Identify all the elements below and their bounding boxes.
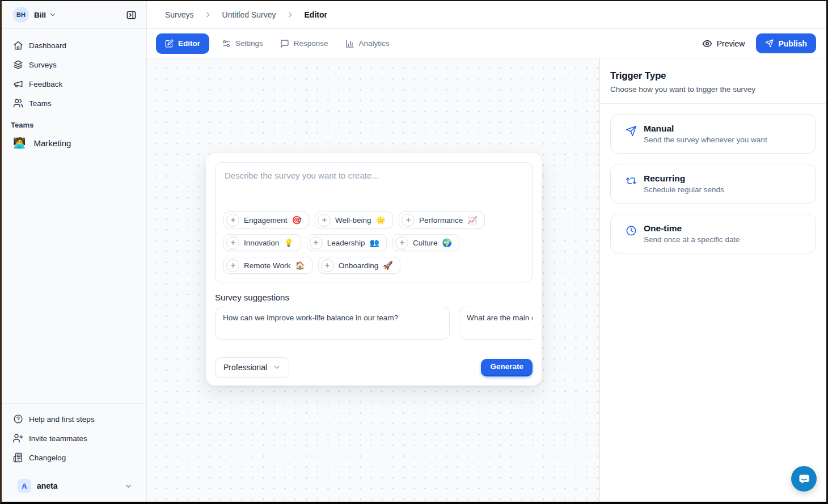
chip-onboarding[interactable]: Onboarding 🚀 <box>318 257 400 274</box>
chip-emoji-icon: 🚀 <box>383 261 392 269</box>
breadcrumb-untitled-survey[interactable]: Untitled Survey <box>222 10 276 19</box>
sidebar-spacer <box>2 153 146 403</box>
repeat-icon <box>626 175 637 187</box>
tab-label: Analytics <box>359 39 390 48</box>
chip-emoji-icon: 📈 <box>467 216 477 224</box>
trigger-option-one-time[interactable]: One-time Send once at a specific date <box>610 214 816 253</box>
breadcrumb-surveys[interactable]: Surveys <box>165 10 194 19</box>
breadcrumb-editor: Editor <box>305 10 327 19</box>
chip-leadership[interactable]: Leadership 👥 <box>307 234 387 251</box>
publish-button[interactable]: Publish <box>756 33 816 53</box>
trigger-option-title: Manual <box>644 124 767 134</box>
trigger-option-title: One-time <box>644 223 740 234</box>
plus-icon <box>310 236 323 249</box>
editor-toolbar: Editor Settings Response Analytics Previ… <box>147 29 826 58</box>
account-avatar: A <box>18 479 31 493</box>
trigger-option-description: Schedule regular sends <box>644 185 724 194</box>
chip-label: Performance <box>419 216 463 225</box>
sidebar-item-label: Invite teammates <box>29 434 87 443</box>
chevron-right-icon <box>204 11 212 19</box>
survey-composer-card: Engagement 🎯 Well-being 🌟 Performance <box>206 153 542 386</box>
tab-settings[interactable]: Settings <box>222 39 263 48</box>
chat-bubble-icon <box>797 472 811 486</box>
sidebar-item-teams[interactable]: Teams <box>6 94 142 113</box>
sliders-icon <box>222 39 231 48</box>
preview-button[interactable]: Preview <box>702 39 745 49</box>
chip-performance[interactable]: Performance 📈 <box>399 211 485 228</box>
bar-chart-icon <box>345 39 354 48</box>
tab-label: Response <box>294 39 328 48</box>
tab-response[interactable]: Response <box>280 39 328 48</box>
suggestion-card[interactable]: How can we improve work-life balance in … <box>215 307 450 340</box>
chip-label: Onboarding <box>339 261 379 270</box>
workspace-avatar: BH <box>13 7 29 23</box>
main-area: Surveys Untitled Survey Editor Editor Se… <box>147 1 826 502</box>
chevron-down-icon <box>273 363 281 371</box>
sidebar-collapse-button[interactable] <box>124 7 138 22</box>
clock-icon <box>626 225 637 236</box>
tone-select[interactable]: Professional <box>215 357 289 378</box>
plus-icon <box>318 214 331 227</box>
app-window: BH Bill Dashboard Surveys <box>0 0 828 504</box>
sidebar-item-label: Feedback <box>29 80 62 88</box>
sidebar-item-surveys[interactable]: Surveys <box>6 55 142 74</box>
workspace-switcher[interactable]: BH Bill <box>2 1 146 29</box>
sidebar-item-label: Help and first steps <box>29 415 95 423</box>
chat-launcher-button[interactable] <box>791 466 817 492</box>
content-row: Engagement 🎯 Well-being 🌟 Performance <box>147 58 826 502</box>
chip-engagement[interactable]: Engagement 🎯 <box>223 211 309 228</box>
chip-emoji-icon: 👥 <box>370 239 379 247</box>
team-label: Marketing <box>33 138 71 148</box>
topic-chips: Engagement 🎯 Well-being 🌟 Performance <box>216 209 532 282</box>
trigger-option-description: Send the survey whenever you want <box>644 135 767 144</box>
tab-label: Editor <box>178 39 200 48</box>
toolbar-actions: Preview Publish <box>702 33 816 53</box>
sidebar: BH Bill Dashboard Surveys <box>2 1 147 502</box>
publish-label: Publish <box>778 39 807 48</box>
chip-emoji-icon: 🎯 <box>292 216 302 224</box>
tab-editor[interactable]: Editor <box>156 33 209 54</box>
megaphone-icon <box>13 79 23 89</box>
trigger-option-manual[interactable]: Manual Send the survey whenever you want <box>610 114 816 154</box>
chip-well-being[interactable]: Well-being 🌟 <box>315 211 393 228</box>
sidebar-item-changelog[interactable]: Changelog <box>6 448 142 467</box>
suggestions-row: How can we improve work-life balance in … <box>215 307 533 340</box>
message-icon <box>280 39 289 48</box>
sidebar-item-feedback[interactable]: Feedback <box>6 74 142 94</box>
account-menu[interactable]: A aneta <box>6 472 142 502</box>
suggestions-title: Survey suggestions <box>206 282 542 307</box>
sidebar-item-label: Dashboard <box>29 41 66 50</box>
trigger-option-recurring[interactable]: Recurring Schedule regular sends <box>610 164 816 204</box>
help-circle-icon <box>13 414 23 424</box>
sidebar-item-label: Changelog <box>29 454 66 462</box>
sidebar-item-invite[interactable]: Invite teammates <box>6 429 142 448</box>
tab-label: Settings <box>235 39 263 48</box>
tab-analytics[interactable]: Analytics <box>345 39 390 48</box>
generate-button[interactable]: Generate <box>481 359 533 376</box>
chip-culture[interactable]: Culture 🌍 <box>392 234 459 251</box>
sidebar-item-label: Surveys <box>29 61 57 69</box>
team-emoji-icon: 🧑‍💻 <box>13 138 26 148</box>
user-plus-icon <box>13 433 23 443</box>
panel-header: Trigger Type Choose how you want to trig… <box>600 58 826 104</box>
chevron-right-icon <box>286 11 294 19</box>
trigger-option-description: Send once at a specific date <box>644 235 740 244</box>
prompt-box: Engagement 🎯 Well-being 🌟 Performance <box>215 162 533 282</box>
plus-icon <box>226 259 239 272</box>
eye-icon <box>702 39 712 49</box>
chip-innovation[interactable]: Innovation 💡 <box>223 234 301 251</box>
sidebar-item-dashboard[interactable]: Dashboard <box>6 36 142 55</box>
chip-remote-work[interactable]: Remote Work 🏠 <box>223 257 312 274</box>
suggestion-card[interactable]: What are the main ob <box>459 307 533 340</box>
editor-canvas[interactable]: Engagement 🎯 Well-being 🌟 Performance <box>147 58 599 502</box>
survey-prompt-input[interactable] <box>216 163 532 209</box>
send-icon <box>626 125 637 137</box>
chevron-down-icon <box>49 11 57 19</box>
sidebar-item-team-marketing[interactable]: 🧑‍💻 Marketing <box>6 133 142 153</box>
workspace-name: Bill <box>34 11 46 19</box>
sidebar-item-help[interactable]: Help and first steps <box>6 409 142 429</box>
chip-label: Culture <box>413 239 438 247</box>
panel-collapse-icon <box>126 10 137 20</box>
edit-icon <box>165 39 174 48</box>
users-icon <box>13 98 23 108</box>
